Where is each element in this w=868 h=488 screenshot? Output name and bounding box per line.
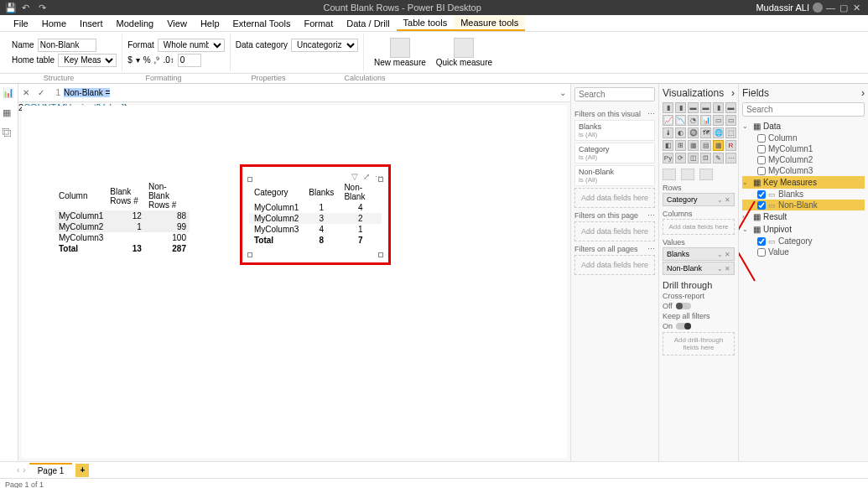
collapse-icon[interactable]: › — [861, 87, 865, 99]
viz-type[interactable]: ▮ — [663, 102, 673, 113]
report-view-icon[interactable]: 📊 — [3, 87, 16, 101]
model-view-icon[interactable]: ⿻ — [3, 127, 16, 141]
filter-card[interactable]: Blanksis (All) — [574, 120, 655, 141]
menu-insert[interactable]: Insert — [73, 17, 110, 30]
field-item[interactable]: MyColumn1 — [742, 143, 865, 154]
percent-button[interactable]: % — [143, 55, 151, 65]
formula-input[interactable]: 1Non-Blank = — [49, 86, 555, 99]
viz-type[interactable]: ▬ — [688, 102, 699, 113]
table-data[interactable]: ⌄▦ Data — [742, 120, 865, 132]
viz-type[interactable]: ✎ — [713, 153, 724, 164]
collapse-icon[interactable]: › — [731, 87, 735, 99]
viz-type[interactable]: ⊞ — [675, 140, 686, 151]
formula-expand[interactable]: ⌄ — [555, 88, 570, 97]
menu-datadrill[interactable]: Data / Drill — [340, 17, 396, 30]
viz-type-matrix[interactable]: ▦ — [713, 140, 724, 151]
viz-type[interactable]: ▤ — [700, 140, 711, 151]
field-item[interactable]: MyColumn3 — [742, 165, 865, 176]
field-item[interactable]: ▭ Category — [742, 236, 865, 247]
viz-type[interactable]: ⋯ — [725, 153, 736, 164]
filter-drop[interactable]: Add data fields here — [574, 255, 655, 275]
report-canvas[interactable]: ColumnBlank Rows #Non-Blank Rows # MyCol… — [22, 106, 567, 458]
cross-report-toggle[interactable] — [676, 303, 691, 309]
well-values[interactable]: Non-Blank⌄ ✕ — [663, 262, 735, 275]
filters-search[interactable] — [574, 87, 655, 101]
viz-type[interactable]: ▦ — [688, 140, 699, 151]
viz-type[interactable]: ⊡ — [700, 153, 711, 164]
undo-icon[interactable]: ↶ — [22, 3, 32, 13]
matrix-visual-selected[interactable]: ▽ ⤢ ⋯ CategoryBlanksNon-Blank MyColumn11… — [240, 164, 391, 265]
formula-commit[interactable]: ✓ — [34, 88, 49, 97]
analytics-tab[interactable] — [699, 169, 713, 180]
page-next[interactable]: › — [23, 465, 25, 475]
keep-filters-toggle[interactable] — [676, 323, 691, 330]
field-item[interactable]: MyColumn2 — [742, 154, 865, 165]
drill-drop[interactable]: Add drill-through fields here — [663, 332, 735, 356]
viz-type[interactable]: Py — [663, 153, 673, 164]
viz-type[interactable]: ▮ — [675, 102, 686, 113]
menu-external[interactable]: External Tools — [226, 17, 298, 30]
add-page-button[interactable]: + — [75, 464, 89, 477]
menu-modeling[interactable]: Modeling — [110, 17, 161, 30]
table-visual-1[interactable]: ColumnBlank Rows #Non-Blank Rows # MyCol… — [55, 181, 190, 254]
comma-button[interactable]: ,⁹ — [154, 55, 160, 65]
well-cols-drop[interactable]: Add data fields here — [663, 219, 735, 235]
viz-type[interactable]: ▬ — [725, 102, 736, 113]
well-rows[interactable]: Category⌄ ✕ — [663, 193, 735, 206]
viz-type[interactable]: 📉 — [675, 115, 686, 126]
well-values[interactable]: Blanks⌄ ✕ — [663, 247, 735, 261]
maximize-icon[interactable]: ▢ — [839, 3, 850, 13]
field-item[interactable]: ▭ Blanks — [742, 189, 865, 200]
menu-measuretools[interactable]: Measure tools — [454, 16, 525, 31]
format-tab[interactable] — [681, 169, 694, 180]
menu-file[interactable]: File — [7, 17, 35, 30]
menu-format[interactable]: Format — [297, 17, 340, 30]
viz-type[interactable]: ⟳ — [675, 153, 686, 164]
field-item[interactable]: Value — [742, 247, 865, 257]
viz-type[interactable]: 🗺 — [700, 127, 711, 138]
menu-view[interactable]: View — [160, 17, 194, 30]
table-unpivot[interactable]: ⌄▦ Unpivot — [742, 223, 865, 236]
viz-type[interactable]: ▮ — [713, 102, 724, 113]
filter-card[interactable]: Categoryis (All) — [574, 143, 655, 164]
home-select[interactable]: Key Measures — [58, 54, 117, 67]
fields-search[interactable] — [742, 102, 865, 117]
viz-type[interactable]: 🌐 — [713, 127, 724, 138]
fields-tab[interactable] — [663, 169, 676, 180]
filter-card[interactable]: Non-Blankis (All) — [574, 165, 655, 186]
redo-icon[interactable]: ↷ — [39, 3, 49, 13]
filter-icon[interactable]: ▽ — [351, 172, 358, 181]
filter-drop[interactable]: Add data fields here — [574, 188, 655, 208]
page-tab[interactable]: Page 1 — [29, 463, 73, 477]
menu-tabletools[interactable]: Table tools — [397, 16, 455, 31]
minimize-icon[interactable]: — — [826, 3, 836, 13]
avatar[interactable] — [813, 3, 823, 13]
save-icon[interactable]: 💾 — [5, 3, 15, 13]
field-item[interactable]: Column — [742, 132, 865, 143]
viz-type[interactable]: ⬚ — [725, 127, 736, 138]
table-keymeasures[interactable]: ⌄▦ Key Measures — [742, 176, 865, 189]
quick-measure-button[interactable]: Quick measure — [431, 38, 497, 67]
new-measure-button[interactable]: New measure — [369, 38, 431, 67]
viz-type[interactable]: 📊 — [700, 115, 711, 126]
viz-type[interactable]: 🔘 — [688, 127, 699, 138]
viz-type[interactable]: ◐ — [675, 127, 686, 138]
table-result[interactable]: ›▦ Result — [742, 210, 865, 223]
decimals-input[interactable] — [178, 54, 201, 67]
name-input[interactable] — [38, 39, 96, 52]
format-select[interactable]: Whole number — [158, 39, 225, 52]
viz-type[interactable]: ◧ — [663, 140, 673, 151]
close-icon[interactable]: ✕ — [853, 3, 863, 13]
menu-home[interactable]: Home — [35, 17, 73, 30]
data-view-icon[interactable]: ▦ — [3, 107, 16, 121]
focus-icon[interactable]: ⤢ — [363, 172, 370, 181]
field-item-nonblank[interactable]: ▭ Non-Blank — [742, 200, 865, 210]
viz-type[interactable]: ◔ — [688, 115, 699, 126]
viz-type[interactable]: ▭ — [725, 115, 736, 126]
viz-type[interactable]: ◫ — [688, 153, 699, 164]
formula-cancel[interactable]: ✕ — [18, 88, 34, 97]
currency-button[interactable]: $ — [127, 55, 133, 65]
menu-help[interactable]: Help — [194, 17, 226, 30]
viz-type[interactable]: ▬ — [700, 102, 711, 113]
viz-type[interactable]: 🌡 — [663, 127, 673, 138]
